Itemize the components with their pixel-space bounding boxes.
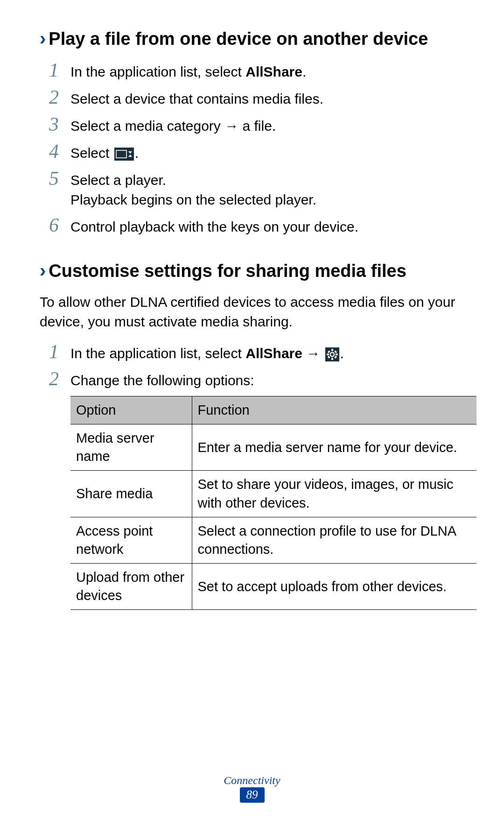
- step-body: Control playback with the keys on your d…: [70, 215, 358, 237]
- step-number: 5: [49, 169, 70, 188]
- page-number-badge: 89: [240, 787, 265, 803]
- cell-function: Set to share your videos, images, or mus…: [192, 471, 476, 517]
- step-number: 1: [49, 342, 70, 361]
- section-heading-customise: › Customise settings for sharing media f…: [40, 260, 464, 281]
- step-text-post: .: [135, 145, 139, 161]
- chevron-right-icon: ›: [40, 28, 46, 49]
- step-text-pre: In the application list, select: [70, 64, 245, 79]
- step-number: 4: [49, 141, 70, 161]
- step-text-post: .: [340, 346, 344, 361]
- chevron-right-icon: ›: [40, 260, 46, 281]
- header-option: Option: [70, 396, 192, 424]
- step-body: Select a device that contains media file…: [70, 87, 323, 109]
- step-body: Select .: [70, 141, 139, 163]
- table-row: Media server name Enter a media server n…: [70, 424, 476, 471]
- cell-function: Enter a media server name for your devic…: [192, 424, 476, 471]
- step-number: 2: [49, 369, 70, 389]
- svg-rect-6: [331, 349, 333, 351]
- step-body: Change the following options:: [70, 369, 254, 390]
- cast-icon: [114, 148, 134, 161]
- section-heading-play-file: › Play a file from one device on another…: [40, 28, 464, 49]
- table-row: Upload from other devices Set to accept …: [70, 563, 476, 609]
- cell-function: Set to accept uploads from other devices…: [192, 563, 476, 609]
- step-text-line2: Playback begins on the selected player.: [70, 190, 316, 210]
- step-body: In the application list, select AllShare…: [70, 342, 344, 363]
- step-number: 3: [49, 114, 70, 134]
- step-text-post: .: [302, 64, 306, 79]
- svg-rect-8: [327, 353, 329, 355]
- app-name-bold: AllShare: [245, 64, 302, 79]
- cell-option: Access point network: [70, 517, 192, 563]
- app-name-bold: AllShare: [245, 346, 302, 361]
- step-number: 6: [49, 215, 70, 235]
- cell-option: Share media: [70, 471, 192, 517]
- options-table: Option Function Media server name Enter …: [70, 396, 476, 610]
- step-number: 1: [49, 60, 70, 80]
- heading-text: Customise settings for sharing media fil…: [49, 261, 406, 281]
- svg-rect-0: [114, 148, 134, 161]
- arrow-text: →: [302, 346, 324, 361]
- svg-rect-9: [336, 353, 338, 355]
- step-5: 5 Select a player. Playback begins on th…: [40, 169, 464, 210]
- cell-option: Upload from other devices: [70, 563, 192, 609]
- step-2: 2 Change the following options:: [40, 369, 464, 390]
- cell-option: Media server name: [70, 424, 192, 471]
- header-function: Function: [192, 396, 476, 424]
- table-header-row: Option Function: [70, 396, 476, 424]
- svg-rect-7: [331, 358, 333, 360]
- step-text-line1: Select a player.: [70, 170, 316, 190]
- heading-text: Play a file from one device on another d…: [49, 29, 428, 49]
- table-row: Access point network Select a connection…: [70, 517, 476, 563]
- cell-function: Select a connection profile to use for D…: [192, 517, 476, 563]
- step-text-pre: In the application list, select: [70, 346, 245, 361]
- step-3: 3 Select a media category → a file.: [40, 114, 464, 136]
- step-2: 2 Select a device that contains media fi…: [40, 87, 464, 109]
- step-1: 1 In the application list, select AllSha…: [40, 60, 464, 82]
- step-number: 2: [49, 87, 70, 107]
- page-footer: Connectivity 89: [0, 774, 504, 803]
- footer-section-label: Connectivity: [0, 774, 504, 787]
- settings-gear-icon: [325, 347, 339, 361]
- steps-section2: 1 In the application list, select AllSha…: [40, 342, 464, 610]
- intro-paragraph: To allow other DLNA certified devices to…: [40, 292, 464, 332]
- step-body: Select a player. Playback begins on the …: [70, 169, 316, 210]
- table-row: Share media Set to share your videos, im…: [70, 471, 476, 517]
- step-body: In the application list, select AllShare…: [70, 60, 306, 82]
- steps-section1: 1 In the application list, select AllSha…: [40, 60, 464, 237]
- step-text-pre: Select: [70, 145, 113, 161]
- step-4: 4 Select .: [40, 141, 464, 163]
- step-1: 1 In the application list, select AllSha…: [40, 342, 464, 363]
- step-6: 6 Control playback with the keys on your…: [40, 215, 464, 237]
- step-body: Select a media category → a file.: [70, 114, 276, 136]
